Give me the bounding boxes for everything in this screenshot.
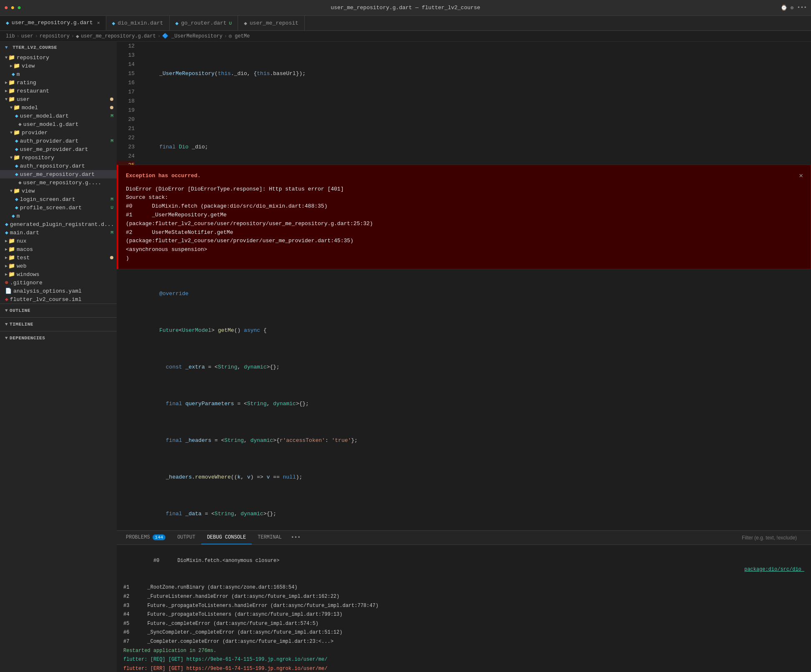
dependencies-label: DEPENDENCIES (10, 336, 45, 341)
sidebar-item-m[interactable]: ◆ m (0, 70, 117, 78)
line-numbers: 12 13 14 15 16 17 18 19 20 21 22 23 24 2… (117, 42, 140, 530)
dart-icon: ◆ (12, 213, 15, 219)
tree-label: flutter_lv2_course.iml (10, 296, 82, 303)
sidebar-item-analysis[interactable]: 📄 analysis_options.yaml (0, 287, 117, 295)
sidebar-item-generated[interactable]: ◆ generated_plugin_registrant.d... (0, 220, 117, 228)
exception-title: Exception has occurred. (126, 172, 200, 181)
modified-badge (110, 106, 113, 109)
history-icon[interactable]: ⌚ (781, 5, 787, 11)
outline-header[interactable]: ▼ OUTLINE (0, 306, 117, 315)
folder-icon: 📁 (13, 154, 20, 161)
sidebar-item-restaurant[interactable]: ▶ 📁 restaurant (0, 87, 117, 95)
sidebar-item-nux[interactable]: ▶ 📁 nux (0, 237, 117, 245)
folder-icon: 📁 (8, 271, 15, 278)
sidebar-item-user[interactable]: ▼ 📁 user (0, 95, 117, 103)
dart-icon: ◆ (5, 229, 8, 236)
tab-go-router[interactable]: ◆ go_router.dart U (170, 16, 238, 30)
breadcrumb-repository[interactable]: repository (40, 33, 70, 39)
sidebar-item-test[interactable]: ▶ 📁 test (0, 253, 117, 262)
sidebar-item-profile-screen[interactable]: ◆ profile_screen.dart U (0, 203, 117, 212)
console-line: #5 Future._completeError (dart:async/fut… (123, 619, 804, 629)
sidebar-item-web[interactable]: ▶ 📁 web (0, 262, 117, 270)
sidebar-item-gitignore[interactable]: ⊛ .gitignore (0, 278, 117, 287)
dependencies-section: ▼ DEPENDENCIES (0, 331, 117, 345)
sidebar-item-user-me-repo-g[interactable]: ◆ user_me_repository.g.... (0, 178, 117, 187)
git-untracked-badge: U (110, 205, 113, 210)
sidebar-item-repository-top[interactable]: ▼ 📁 repository (0, 53, 117, 62)
dart-icon: ◆ (15, 204, 18, 211)
tree-label: profile_screen.dart (20, 205, 82, 211)
sidebar-item-iml[interactable]: ◆ flutter_lv2_course.iml (0, 295, 117, 303)
dart-file-icon4: ◆ (244, 20, 247, 27)
sidebar-item-auth-provider[interactable]: ◆ auth_provider.dart M (0, 137, 117, 145)
breadcrumb-lib[interactable]: lib (6, 33, 15, 39)
tab-output[interactable]: OUTPUT (171, 531, 201, 544)
sidebar-item-user-me-provider[interactable]: ◆ user_me_provider.dart (0, 145, 117, 153)
sep5: › (224, 33, 227, 39)
share-icon[interactable]: ⊕ (791, 5, 794, 11)
tab-label: go_router.dart (181, 20, 226, 26)
console-line: #1 _RootZone.runBinary (dart:async/zone.… (123, 583, 804, 592)
code-line (146, 106, 811, 115)
arrow-icon: ▶ (5, 238, 8, 243)
sidebar: ▼ TTER_LV2_COURSE ▼ 📁 repository ▶ 📁 vie… (0, 42, 117, 672)
more-icon[interactable]: ••• (797, 5, 807, 11)
breadcrumb-file[interactable]: user_me_repository.g.dart (81, 33, 156, 39)
sep3: › (71, 33, 74, 39)
arrow-icon: ▼ (5, 322, 8, 327)
sidebar-item-main[interactable]: ◆ main.dart M (0, 228, 117, 237)
sidebar-item-user-model[interactable]: ◆ user_model.dart M (0, 112, 117, 120)
minimize-icon[interactable]: ● (11, 4, 15, 12)
exception-close-button[interactable]: ✕ (799, 171, 803, 182)
modified-badge (110, 98, 113, 101)
folder-icon: 📁 (8, 88, 15, 94)
sidebar-item-view2[interactable]: ▼ 📁 view (0, 187, 117, 195)
dart-icon: ◆ (15, 196, 18, 203)
breadcrumb-user[interactable]: user (21, 33, 33, 39)
tree-label: view (22, 188, 35, 194)
maximize-icon[interactable]: ● (17, 4, 21, 12)
breadcrumb-method: ◎ getMe (229, 33, 250, 39)
sidebar-item-repository[interactable]: ▼ 📁 repository (0, 153, 117, 162)
code-container[interactable]: 12 13 14 15 16 17 18 19 20 21 22 23 24 2… (117, 42, 811, 530)
sidebar-item-login-screen[interactable]: ◆ login_screen.dart M (0, 195, 117, 203)
tab-close-icon[interactable]: ✕ (97, 20, 100, 25)
sidebar-item-provider[interactable]: ▼ 📁 provider (0, 128, 117, 137)
code-content: _UserMeRepository(this._dio, {this.baseU… (140, 42, 811, 530)
console-line: #7 _Completer.completeError (dart:async/… (123, 637, 804, 647)
dependencies-header[interactable]: ▼ DEPENDENCIES (0, 334, 117, 342)
dart-icon: ◆ (76, 33, 79, 40)
sidebar-item-windows[interactable]: ▶ 📁 windows (0, 270, 117, 278)
panel-more-button[interactable]: ••• (288, 534, 304, 541)
modified-badge (110, 256, 113, 259)
timeline-header[interactable]: ▼ TIMELINE (0, 320, 117, 328)
panel-filter-input[interactable] (738, 534, 808, 542)
tab-label: user_me_repository.g.dart (12, 20, 93, 26)
sidebar-item-rating[interactable]: ▶ 📁 rating (0, 78, 117, 87)
code-line: const _extra = <String, dynamic>{}; (146, 363, 811, 372)
breadcrumb: lib › user › repository › ◆ user_me_repo… (0, 31, 811, 42)
dart-file-icon2: ◆ (112, 20, 115, 27)
tab-debug-console[interactable]: DEBUG CONSOLE (201, 531, 252, 544)
sidebar-item-view[interactable]: ▶ 📁 view (0, 62, 117, 70)
close-icon[interactable]: ● (4, 4, 8, 12)
title-bar-actions[interactable]: ● ● ● (4, 4, 21, 12)
code-editor: 12 13 14 15 16 17 18 19 20 21 22 23 24 2… (117, 42, 811, 530)
tab-user-me-reposi[interactable]: ◆ user_me_reposit (238, 16, 305, 30)
sidebar-item-user-me-repo[interactable]: ◆ user_me_repository.dart (0, 170, 117, 178)
folder-icon: 📁 (8, 254, 15, 261)
tree-label: repository (17, 55, 49, 61)
sidebar-item-model[interactable]: ▼ 📁 model (0, 103, 117, 112)
console-link[interactable]: package:dio/src/dio_ (744, 565, 804, 574)
code-line: _UserMeRepository(this._dio, {this.baseU… (146, 69, 811, 78)
sidebar-item-user-model-g[interactable]: ◆ user_model.g.dart (0, 120, 117, 128)
sidebar-item-macos[interactable]: ▶ 📁 macos (0, 245, 117, 253)
problems-count: 144 (153, 534, 166, 540)
tab-user-me-repository-g[interactable]: ◆ user_me_repository.g.dart ✕ (0, 16, 106, 30)
tab-terminal[interactable]: TERMINAL (252, 531, 288, 544)
sidebar-item-m2[interactable]: ◆ m (0, 212, 117, 220)
tab-problems[interactable]: PROBLEMS 144 (120, 531, 171, 544)
git-modified-badge: M (110, 197, 113, 202)
sidebar-item-auth-repo[interactable]: ◆ auth_repository.dart (0, 162, 117, 170)
tab-dio-mixin[interactable]: ◆ dio_mixin.dart (106, 16, 170, 30)
